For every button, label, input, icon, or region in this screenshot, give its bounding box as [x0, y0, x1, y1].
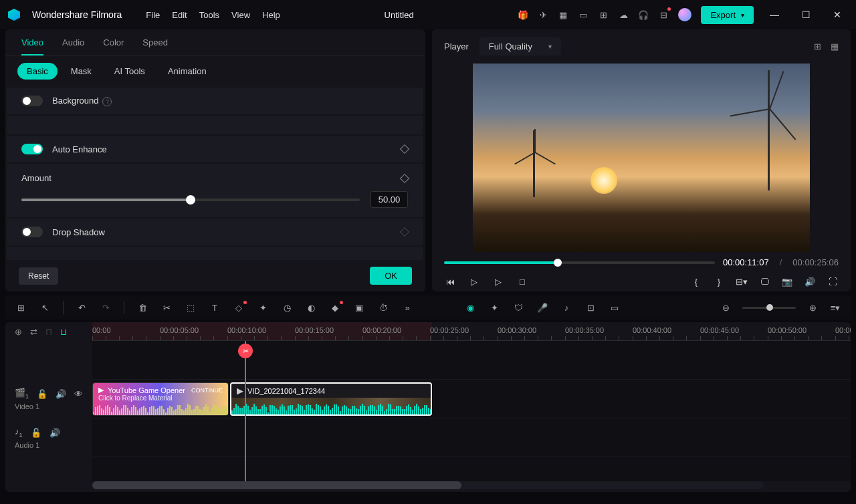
- play-icon[interactable]: ▷: [468, 277, 480, 287]
- reset-button[interactable]: Reset: [19, 267, 58, 285]
- menu-view[interactable]: View: [231, 10, 250, 20]
- timeline-scrollbar[interactable]: [92, 481, 764, 489]
- apps-icon[interactable]: ⊟: [658, 9, 669, 20]
- library-icon[interactable]: ⊞: [598, 9, 609, 20]
- timer-icon[interactable]: ⏱: [377, 303, 389, 313]
- tab-color[interactable]: Color: [103, 37, 124, 47]
- screen-icon[interactable]: ▭: [578, 9, 588, 20]
- stop-icon[interactable]: □: [516, 277, 528, 287]
- zoom-slider[interactable]: [742, 307, 796, 309]
- drop-shadow-toggle[interactable]: [21, 227, 43, 237]
- display-icon[interactable]: 🖵: [758, 277, 770, 287]
- preview-viewport[interactable]: [432, 64, 851, 252]
- tracks[interactable]: ✂ ▶YouTube Game OpenerCONTINUE Click to …: [92, 341, 851, 481]
- fullscreen-icon[interactable]: ⛶: [827, 277, 839, 287]
- tab-video[interactable]: Video: [21, 37, 43, 47]
- menu-help[interactable]: Help: [262, 10, 280, 20]
- link-icon[interactable]: ⇄: [30, 327, 37, 337]
- lock-icon[interactable]: 🔓: [31, 428, 41, 438]
- caption-icon[interactable]: ▭: [609, 303, 621, 313]
- keyframe-icon[interactable]: [400, 227, 409, 237]
- minimize-button[interactable]: —: [763, 9, 786, 20]
- cut-icon[interactable]: ✂: [160, 303, 173, 313]
- mic-icon[interactable]: 🎤: [536, 303, 548, 313]
- sub-tab-mask[interactable]: Mask: [62, 63, 101, 80]
- volume-icon[interactable]: 🔊: [804, 277, 816, 287]
- auto-enhance-toggle[interactable]: [21, 144, 43, 154]
- shape-icon[interactable]: ◇: [233, 303, 245, 313]
- pointer-icon[interactable]: ↖: [39, 303, 51, 313]
- crop-icon[interactable]: ⬚: [185, 303, 197, 313]
- view-mode-icon[interactable]: ≡▾: [829, 303, 841, 313]
- clip-vid-20221004[interactable]: ▶VID_20221004_172344: [230, 382, 432, 416]
- clip-youtube-opener[interactable]: ▶YouTube Game OpenerCONTINUE Click to Re…: [92, 382, 229, 416]
- amount-value[interactable]: 50.00: [370, 191, 408, 208]
- zoom-out-icon[interactable]: ⊖: [720, 303, 732, 313]
- music-icon[interactable]: ♪: [560, 303, 572, 313]
- mask-tool-icon[interactable]: ▣: [353, 303, 365, 313]
- cloud-icon[interactable]: ☁: [618, 9, 629, 20]
- mark-in-icon[interactable]: {: [690, 277, 702, 287]
- export-button[interactable]: Export: [701, 6, 754, 24]
- lock-icon[interactable]: 🔓: [37, 389, 47, 399]
- mark-out-icon[interactable]: }: [713, 277, 725, 287]
- visibility-icon[interactable]: 👁: [74, 389, 83, 399]
- tab-audio[interactable]: Audio: [62, 37, 84, 47]
- keyframe-icon[interactable]: [400, 144, 409, 154]
- speed-tool-icon[interactable]: ◷: [281, 303, 293, 313]
- undo-icon[interactable]: ↶: [76, 303, 88, 313]
- layout-icon[interactable]: ⊞: [15, 303, 27, 313]
- close-button[interactable]: ✕: [827, 9, 848, 20]
- color-tool-icon[interactable]: ◐: [305, 303, 317, 313]
- keyframe-icon[interactable]: [400, 173, 409, 182]
- pip-icon[interactable]: ⊡: [584, 303, 597, 313]
- more-tools-icon[interactable]: »: [401, 303, 413, 313]
- avatar[interactable]: [678, 8, 691, 21]
- menu-tools[interactable]: Tools: [199, 10, 219, 20]
- media-icon[interactable]: ▦: [558, 9, 568, 20]
- shield-icon[interactable]: 🛡: [512, 303, 524, 313]
- sparkle-icon[interactable]: ✦: [488, 303, 500, 313]
- send-icon[interactable]: ✈: [538, 9, 548, 20]
- progress-bar[interactable]: [444, 261, 715, 264]
- redo-icon[interactable]: ↷: [100, 303, 112, 313]
- camera-icon[interactable]: 📷: [781, 277, 793, 287]
- grid-icon[interactable]: ⊞: [814, 41, 821, 51]
- scissors-icon[interactable]: ✂: [238, 344, 253, 358]
- text-icon[interactable]: T: [209, 303, 221, 313]
- add-track-icon[interactable]: ⊕: [15, 327, 22, 337]
- prev-frame-icon[interactable]: ⏮: [444, 277, 456, 287]
- magnet-icon[interactable]: ⊓: [45, 327, 52, 337]
- panel-footer: Reset OK: [5, 260, 425, 291]
- audio-track-icon[interactable]: ♪1: [15, 426, 23, 438]
- effects-icon[interactable]: ✦: [257, 303, 269, 313]
- help-icon[interactable]: ?: [102, 97, 112, 106]
- next-frame-icon[interactable]: ▷: [492, 277, 504, 287]
- keyframe-tool-icon[interactable]: ◆: [329, 303, 341, 313]
- menu-file[interactable]: File: [146, 10, 160, 20]
- menu-edit[interactable]: Edit: [172, 10, 187, 20]
- background-toggle[interactable]: [21, 96, 43, 106]
- snap-icon[interactable]: ⊔: [60, 327, 67, 337]
- maximize-button[interactable]: ☐: [795, 9, 817, 20]
- ok-button[interactable]: OK: [370, 267, 412, 285]
- quality-select[interactable]: Full Quality: [479, 37, 561, 55]
- sub-tab-basic[interactable]: Basic: [17, 63, 58, 80]
- snapshot-list-icon[interactable]: ▦: [831, 41, 839, 51]
- amount-slider[interactable]: [21, 199, 360, 201]
- sub-tab-ai-tools[interactable]: AI Tools: [105, 63, 154, 80]
- playhead[interactable]: ✂: [245, 341, 246, 481]
- ratio-icon[interactable]: ⊟▾: [736, 277, 748, 287]
- ai-icon[interactable]: ◉: [464, 303, 476, 313]
- video-track-icon[interactable]: 🎬1: [15, 388, 29, 400]
- tab-speed[interactable]: Speed: [142, 37, 168, 47]
- gift-icon[interactable]: 🎁: [518, 9, 528, 20]
- sub-tab-animation[interactable]: Animation: [158, 63, 216, 80]
- delete-icon[interactable]: 🗑: [136, 303, 148, 313]
- timeline-left-tools: ⊕ ⇄ ⊓ ⊔: [5, 322, 92, 341]
- zoom-in-icon[interactable]: ⊕: [807, 303, 819, 313]
- ruler[interactable]: 00:0000:00:05:0000:00:10:0000:00:15:0000…: [92, 322, 851, 341]
- mute-icon[interactable]: 🔊: [56, 389, 66, 399]
- mute-icon[interactable]: 🔊: [49, 428, 60, 438]
- headphones-icon[interactable]: 🎧: [638, 9, 649, 20]
